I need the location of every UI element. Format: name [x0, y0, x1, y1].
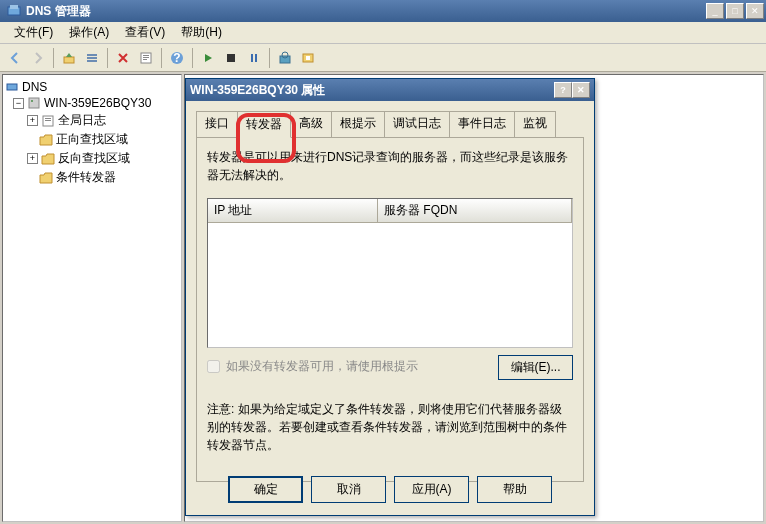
svg-rect-20 — [29, 98, 39, 108]
menu-view[interactable]: 查看(V) — [117, 22, 173, 43]
toolbar: ? — [0, 44, 766, 72]
tab-forwarder[interactable]: 转发器 — [237, 111, 291, 138]
run-button[interactable] — [197, 47, 219, 69]
delete-button[interactable] — [112, 47, 134, 69]
svg-rect-12 — [227, 54, 235, 62]
collapse-icon[interactable]: − — [13, 98, 24, 109]
query-button[interactable] — [274, 47, 296, 69]
minimize-button[interactable]: _ — [706, 3, 724, 19]
tree-forward-zone[interactable]: 正向查找区域 — [5, 130, 179, 149]
menu-operate[interactable]: 操作(A) — [61, 22, 117, 43]
tab-debug-log[interactable]: 调试日志 — [384, 111, 450, 137]
properties-dialog: WIN-359E26BQY30 属性 ? ✕ 接口 转发器 高级 根提示 调试日… — [185, 78, 595, 516]
dialog-help-btn[interactable]: 帮助 — [477, 476, 552, 503]
svg-rect-14 — [255, 54, 257, 62]
tab-event-log[interactable]: 事件日志 — [449, 111, 515, 137]
tab-strip: 接口 转发器 高级 根提示 调试日志 事件日志 监视 — [196, 111, 584, 137]
list-button[interactable] — [81, 47, 103, 69]
svg-rect-23 — [45, 118, 51, 119]
help-button[interactable]: ? — [166, 47, 188, 69]
tree-reverse-zone[interactable]: + 反向查找区域 — [5, 149, 179, 168]
back-button[interactable] — [4, 47, 26, 69]
svg-rect-18 — [306, 56, 310, 60]
tab-monitor[interactable]: 监视 — [514, 111, 556, 137]
svg-rect-24 — [45, 120, 51, 121]
expand-icon[interactable]: + — [27, 115, 38, 126]
cancel-button[interactable]: 取消 — [311, 476, 386, 503]
svg-text:?: ? — [173, 51, 180, 65]
svg-rect-2 — [64, 57, 74, 63]
properties-button[interactable] — [135, 47, 157, 69]
server-icon — [27, 96, 41, 110]
svg-rect-7 — [143, 55, 149, 56]
svg-rect-3 — [87, 54, 97, 56]
use-root-hints-label: 如果没有转发器可用，请使用根提示 — [226, 358, 418, 375]
forwarder-list[interactable]: IP 地址 服务器 FQDN — [207, 198, 573, 348]
filter-button[interactable] — [297, 47, 319, 69]
main-titlebar: DNS 管理器 _ □ ✕ — [0, 0, 766, 22]
svg-rect-1 — [10, 5, 18, 9]
svg-point-21 — [31, 100, 33, 102]
menu-help[interactable]: 帮助(H) — [173, 22, 230, 43]
tree-global-logs[interactable]: + 全局日志 — [5, 111, 179, 130]
tree-conditional-fwd[interactable]: 条件转发器 — [5, 168, 179, 187]
use-root-hints-checkbox[interactable] — [207, 360, 220, 373]
tab-panel: 转发器是可以用来进行DNS记录查询的服务器，而这些纪录是该服务器无法解决的。 I… — [196, 137, 584, 482]
forwarder-note: 注意: 如果为给定域定义了条件转发器，则将使用它们代替服务器级别的转发器。若要创… — [207, 400, 573, 454]
tab-root-hints[interactable]: 根提示 — [331, 111, 385, 137]
ok-button[interactable]: 确定 — [228, 476, 303, 503]
dns-icon — [5, 80, 19, 94]
close-button[interactable]: ✕ — [746, 3, 764, 19]
dialog-titlebar[interactable]: WIN-359E26BQY30 属性 ? ✕ — [186, 79, 594, 101]
app-icon — [6, 3, 22, 19]
svg-rect-4 — [87, 57, 97, 59]
svg-rect-8 — [143, 57, 149, 58]
column-fqdn[interactable]: 服务器 FQDN — [378, 199, 572, 222]
svg-rect-5 — [87, 60, 97, 62]
svg-rect-13 — [251, 54, 253, 62]
svg-rect-9 — [143, 59, 147, 60]
menu-file[interactable]: 文件(F) — [6, 22, 61, 43]
svg-rect-19 — [7, 84, 17, 90]
forwarder-description: 转发器是可以用来进行DNS记录查询的服务器，而这些纪录是该服务器无法解决的。 — [207, 148, 573, 184]
dialog-close-button[interactable]: ✕ — [572, 82, 590, 98]
folder-icon — [39, 133, 53, 147]
tab-interface[interactable]: 接口 — [196, 111, 238, 137]
log-icon — [41, 114, 55, 128]
maximize-button[interactable]: □ — [726, 3, 744, 19]
apply-button[interactable]: 应用(A) — [394, 476, 469, 503]
forward-button[interactable] — [27, 47, 49, 69]
column-ip[interactable]: IP 地址 — [208, 199, 378, 222]
dialog-title: WIN-359E26BQY30 属性 — [190, 82, 554, 99]
tab-advanced[interactable]: 高级 — [290, 111, 332, 137]
tree-view[interactable]: DNS − WIN-359E26BQY30 + 全局日志 正向查找区域 + 反向… — [2, 74, 182, 522]
menubar: 文件(F) 操作(A) 查看(V) 帮助(H) — [0, 22, 766, 44]
tree-root[interactable]: DNS — [5, 79, 179, 95]
stop-button[interactable] — [220, 47, 242, 69]
dialog-help-button[interactable]: ? — [554, 82, 572, 98]
window-title: DNS 管理器 — [26, 3, 706, 20]
folder-icon — [41, 152, 55, 166]
pause-button[interactable] — [243, 47, 265, 69]
edit-button[interactable]: 编辑(E)... — [498, 355, 573, 380]
tree-server[interactable]: − WIN-359E26BQY30 — [5, 95, 179, 111]
expand-icon[interactable]: + — [27, 153, 38, 164]
svg-rect-15 — [280, 56, 290, 63]
folder-icon — [39, 171, 53, 185]
up-button[interactable] — [58, 47, 80, 69]
